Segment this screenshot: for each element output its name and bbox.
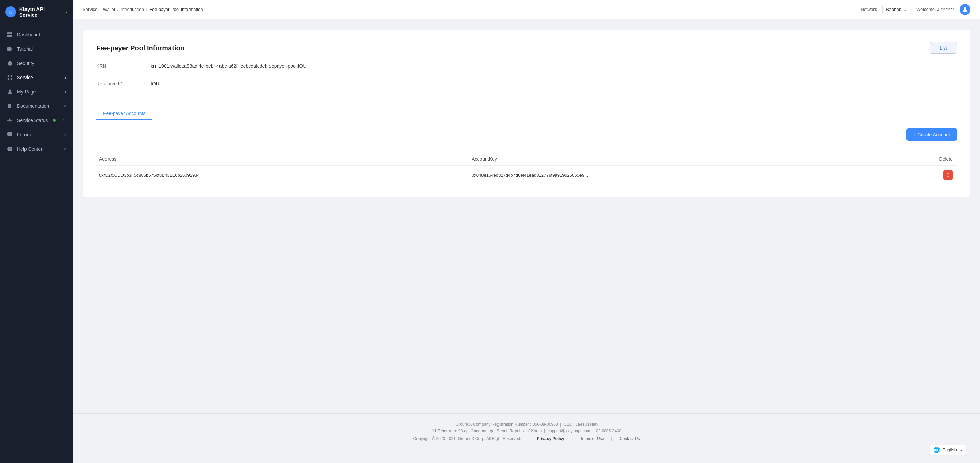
chevron-down-icon: ⌄ [904,7,907,12]
delete-button[interactable] [943,170,953,180]
network-select[interactable]: Baobab ⌄ [882,5,911,14]
footer-company: GroundX Company Registration Number : 35… [456,422,558,427]
col-address: Address [96,153,469,166]
breadcrumb-introduction[interactable]: Introduction [121,7,144,12]
svg-rect-2 [8,35,10,37]
fee-payer-pool-card: Fee-payer Pool Information List KRN krn:… [83,30,970,197]
header-right: Network Baobab ⌄ Welcome, Ji******** [861,4,970,15]
sidebar-item-service[interactable]: Service › [0,70,73,85]
table-body: 0xfC2f5CDD3b3F5c886b575cf8B431E6b2609293… [96,166,957,185]
logo-icon: K [5,6,16,17]
help-icon: ? [7,146,13,152]
footer-privacy-link[interactable]: Privacy Policy [537,436,564,441]
svg-marker-5 [11,48,12,50]
chat-icon [7,132,13,138]
chevron-right-icon: › [65,76,66,79]
footer-ceo: CEO : Jaesun Han [563,422,598,427]
footer-links: Copyright © 2020-2021. GroundX Corp. All… [87,436,966,441]
table-header: Address AccountKey Delete [96,153,957,166]
external-link-icon: ↗ [63,147,66,151]
svg-point-6 [8,76,10,77]
table-row: 0xfC2f5CDD3b3F5c886b575cf8B431E6b2609293… [96,166,957,185]
sidebar-item-label: My Page [17,89,36,95]
logo-text: Klaytn API Service [19,6,63,18]
breadcrumb-sep-3: › [146,7,147,12]
sidebar-item-label: Documentation [17,103,49,109]
sidebar-item-tutorial[interactable]: Tutorial [0,42,73,56]
sidebar-item-mypage[interactable]: My Page › [0,85,73,99]
krn-label: KRN [96,63,151,69]
footer-copyright: Copyright © 2020-2021. GroundX Corp. All… [414,436,521,441]
tabs: Fee-payer Accounts [96,107,957,121]
sidebar-logo: K Klaytn API Service ‹ [0,0,73,24]
language-label: English [942,447,957,452]
sidebar-item-forum[interactable]: Forum ↗ [0,127,73,142]
sidebar: K Klaytn API Service ‹ Dashboard Tutoria… [0,0,73,463]
cell-delete [886,166,957,185]
footer-address-info: 11 Teheran-ro 98-gil, Gangnam-gu, Seoul,… [87,429,966,433]
resource-id-row: Resource ID IOU [96,81,957,92]
network-label: Network [861,7,877,12]
sidebar-item-label: Forum [17,132,30,137]
video-icon [7,46,13,52]
sidebar-nav: Dashboard Tutorial Security › Servic [0,24,73,463]
col-delete: Delete [886,153,957,166]
create-account-button[interactable]: + Create Account [907,128,957,141]
sidebar-item-label: Service [17,75,33,80]
svg-point-19 [964,7,966,10]
svg-rect-15 [8,132,12,136]
main-content: Fee-payer Pool Information List KRN krn:… [73,19,980,413]
footer-terms-link[interactable]: Terms of Use [580,436,605,441]
footer-phone: 02-6005-2400 [596,429,621,433]
svg-rect-3 [10,35,12,37]
breadcrumb-current: Fee-payer Pool Information [150,7,203,12]
breadcrumb-service[interactable]: Service [83,7,97,12]
footer: GroundX Company Registration Number : 35… [73,413,980,463]
krn-row: KRN krn:1001:wallet:a83adf4e-bebf-4abc-a… [96,63,957,75]
user-icon [7,89,13,95]
network-value: Baobab [886,7,901,12]
svg-point-10 [9,90,11,92]
status-indicator-dot [53,119,56,122]
svg-rect-0 [8,32,10,34]
svg-point-9 [11,78,12,80]
col-accountkey: AccountKey [469,153,886,166]
external-link-icon: ↗ [63,104,66,108]
sidebar-item-security[interactable]: Security › [0,56,73,70]
svg-rect-4 [8,47,11,51]
language-selector[interactable]: 🌐 English ⌄ [930,445,966,455]
footer-contact-link[interactable]: Contact Us [620,436,640,441]
svg-marker-16 [8,136,10,137]
sidebar-item-label: Dashboard [17,32,40,37]
globe-icon: 🌐 [933,447,940,453]
footer-bottom: 🌐 English ⌄ [87,445,966,455]
divider [96,98,957,99]
sidebar-item-servicestatus[interactable]: Service Status ↗ [0,113,73,127]
sidebar-item-label: Tutorial [17,46,33,52]
chevron-down-icon: ⌄ [959,447,963,452]
page-title: Fee-payer Pool Information [96,44,185,52]
sidebar-item-label: Help Center [17,146,43,152]
footer-address: 11 Teheran-ro 98-gil, Gangnam-gu, Seoul,… [432,429,542,433]
accounts-table: Address AccountKey Delete 0xfC2f5CDD3b3F… [96,153,957,185]
book-icon [7,103,13,109]
footer-email: support@klaytnapi.com [547,429,590,433]
cell-accountkey: 0x048e164ec327d4b7d6ef41ead812779f9a9196… [469,166,886,185]
svg-text:?: ? [9,147,11,151]
sidebar-item-dashboard[interactable]: Dashboard [0,27,73,42]
chevron-right-icon: › [65,61,66,65]
krn-value: krn:1001:wallet:a83adf4e-bebf-4abc-a62f-… [151,63,307,69]
sidebar-collapse-btn[interactable]: ‹ [66,9,68,15]
sidebar-item-documentation[interactable]: Documentation ↗ [0,99,73,113]
top-header: Service › Wallet › Introduction › Fee-pa… [73,0,980,19]
breadcrumb-wallet[interactable]: Wallet [103,7,115,12]
sidebar-item-helpcenter[interactable]: ? Help Center ↗ [0,142,73,156]
avatar[interactable] [959,4,970,15]
svg-point-8 [8,78,10,80]
resource-id-label: Resource ID [96,81,151,86]
list-button[interactable]: List [930,42,957,54]
tab-fee-payer-accounts[interactable]: Fee-payer Accounts [96,107,153,121]
breadcrumb: Service › Wallet › Introduction › Fee-pa… [83,7,858,12]
resource-id-value: IOU [151,81,159,86]
footer-company-info: GroundX Company Registration Number : 35… [87,422,966,427]
